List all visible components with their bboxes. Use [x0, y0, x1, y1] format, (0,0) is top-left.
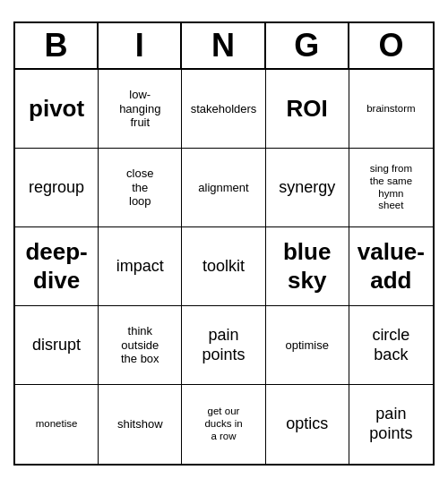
cell-text: regroup: [29, 178, 84, 198]
bingo-cell: ROI: [266, 70, 349, 149]
bingo-cell: sing fromthe samehymnsheet: [349, 149, 433, 227]
cell-text: alignment: [198, 181, 248, 195]
cell-text: thinkoutsidethe box: [121, 324, 159, 366]
cell-text: low-hangingfruit: [119, 88, 160, 130]
header-letter: G: [266, 23, 349, 68]
bingo-cell: value-add: [349, 227, 433, 306]
cell-text: shitshow: [117, 417, 163, 431]
bingo-cell: brainstorm: [349, 70, 433, 149]
cell-text: impact: [116, 257, 164, 277]
bingo-cell: disrupt: [15, 306, 99, 385]
cell-text: get ourducks ina row: [204, 406, 242, 442]
header-letter: I: [99, 23, 182, 68]
cell-text: sing fromthe samehymnsheet: [370, 163, 412, 212]
bingo-cell: low-hangingfruit: [99, 70, 182, 149]
header-letter: O: [349, 23, 433, 68]
bingo-cell: bluesky: [266, 227, 349, 306]
bingo-cell: deep-dive: [15, 227, 99, 306]
bingo-cell: shitshow: [99, 385, 182, 464]
bingo-card: BINGO pivotlow-hangingfruitstakeholdersR…: [13, 21, 435, 466]
bingo-cell: closetheloop: [99, 149, 182, 227]
cell-text: pivot: [29, 95, 84, 123]
cell-text: synergy: [279, 178, 335, 198]
cell-text: brainstorm: [366, 103, 415, 115]
bingo-cell: painpoints: [349, 385, 433, 464]
cell-text: painpoints: [202, 326, 245, 364]
cell-text: deep-dive: [25, 238, 87, 294]
cell-text: optimise: [285, 338, 328, 353]
bingo-cell: get ourducks ina row: [182, 385, 265, 464]
bingo-cell: regroup: [15, 149, 99, 227]
bingo-header: BINGO: [15, 23, 433, 70]
cell-text: monetise: [36, 418, 78, 431]
bingo-cell: monetise: [15, 385, 99, 464]
bingo-cell: toolkit: [182, 227, 265, 306]
bingo-grid: pivotlow-hangingfruitstakeholdersROIbrai…: [15, 70, 433, 464]
bingo-cell: alignment: [182, 149, 265, 227]
header-letter: N: [182, 23, 265, 68]
bingo-cell: stakeholders: [182, 70, 265, 149]
cell-text: closetheloop: [126, 167, 153, 209]
bingo-cell: thinkoutsidethe box: [99, 306, 182, 385]
cell-text: ROI: [287, 95, 328, 123]
cell-text: painpoints: [369, 405, 412, 443]
bingo-cell: synergy: [266, 149, 349, 227]
bingo-cell: optimise: [266, 306, 349, 385]
bingo-cell: circleback: [349, 306, 433, 385]
cell-text: value-add: [358, 238, 425, 294]
bingo-cell: impact: [99, 227, 182, 306]
cell-text: optics: [286, 414, 328, 434]
cell-text: disrupt: [32, 336, 81, 355]
cell-text: circleback: [372, 326, 409, 364]
bingo-cell: pivot: [15, 70, 99, 149]
bingo-cell: optics: [266, 385, 349, 464]
header-letter: B: [15, 23, 99, 68]
bingo-cell: painpoints: [182, 306, 265, 385]
cell-text: stakeholders: [191, 102, 257, 116]
cell-text: bluesky: [283, 238, 331, 294]
cell-text: toolkit: [202, 257, 245, 277]
